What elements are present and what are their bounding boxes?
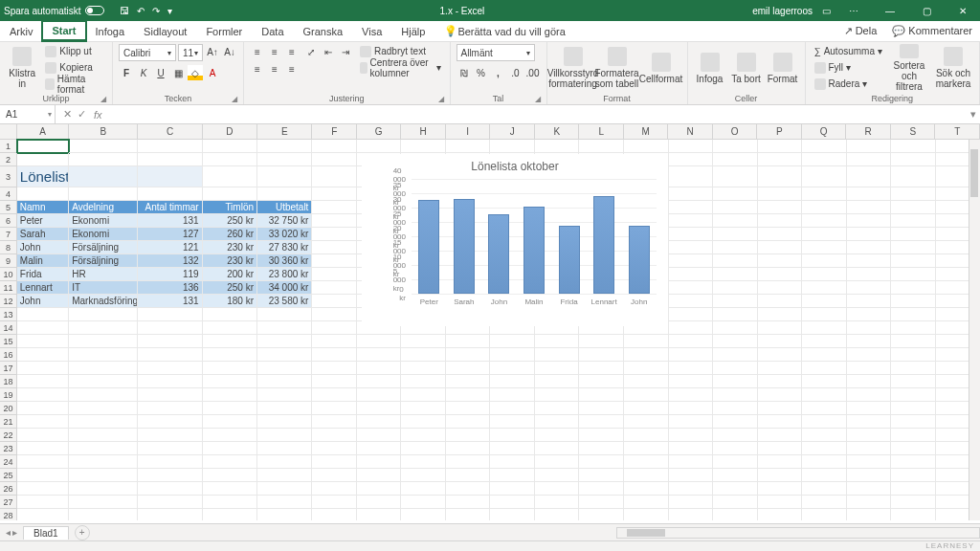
row-head[interactable]: 16 [0,348,17,362]
cell[interactable] [669,402,714,415]
cell[interactable] [891,335,936,348]
cell[interactable] [624,362,669,375]
cell[interactable] [446,482,491,496]
cell[interactable] [847,509,892,520]
cell[interactable] [257,321,312,335]
format-table-button[interactable]: Formatera som tabell [597,44,637,92]
share-button[interactable]: ↗ Dela [836,25,885,37]
cell[interactable] [401,429,446,442]
cell[interactable]: Timlön [203,201,257,214]
cell[interactable] [203,375,257,388]
cell[interactable] [669,187,714,201]
cell[interactable] [713,442,758,455]
worksheet-grid[interactable]: ABCDEFGHIJKLMNOPQRST 123Lönelista Oktobe… [0,124,980,520]
cell[interactable] [847,321,892,335]
autosave-toggle[interactable]: Spara automatiskt [4,6,104,16]
cell[interactable] [203,348,257,362]
sheet-prev-icon[interactable]: ◂ [6,527,11,538]
cell[interactable]: Ekonomi [69,214,138,228]
cell[interactable] [891,295,936,308]
cell[interactable]: 132 [138,254,202,268]
cell[interactable] [891,348,936,362]
cell[interactable] [401,375,446,388]
cell[interactable] [312,268,357,281]
cell[interactable] [490,429,535,442]
cell[interactable] [802,375,847,388]
cell[interactable] [758,509,803,520]
cell[interactable] [758,442,803,455]
cell[interactable] [891,388,936,402]
col-head-E[interactable]: E [257,124,312,139]
cell[interactable] [713,362,758,375]
col-head-R[interactable]: R [846,124,891,139]
conditional-formatting-button[interactable]: Villkorsstyrd formatering [553,44,593,92]
row-head[interactable]: 20 [0,402,17,415]
cell[interactable] [891,496,936,509]
cell[interactable] [713,375,758,388]
cell[interactable] [669,442,714,455]
cell[interactable] [69,469,138,482]
cell[interactable] [446,335,491,348]
sort-filter-button[interactable]: Sortera och filtrera [889,44,929,92]
col-head-G[interactable]: G [357,124,402,139]
cell[interactable] [69,140,138,153]
sheet-next-icon[interactable]: ▸ [12,527,17,538]
add-sheet-button[interactable]: + [75,525,90,540]
bold-button[interactable]: F [119,65,134,80]
row-head[interactable]: 21 [0,415,17,429]
cell[interactable] [758,166,803,187]
cell[interactable] [802,509,847,520]
cell[interactable] [802,496,847,509]
cell[interactable] [758,153,803,166]
cell[interactable] [713,166,758,187]
cell[interactable] [891,241,936,254]
col-head-P[interactable]: P [757,124,802,139]
cell[interactable] [490,402,535,415]
cell[interactable]: HR [69,268,138,281]
cell[interactable] [847,214,892,228]
cell[interactable]: 180 kr [203,295,257,308]
cell[interactable] [847,442,892,455]
number-format-select[interactable]: Allmänt▾ [457,44,535,61]
cell[interactable] [669,509,714,520]
col-head-S[interactable]: S [891,124,936,139]
cell[interactable] [357,362,402,375]
cell[interactable] [138,469,202,482]
cell[interactable] [138,153,202,166]
cell[interactable] [69,402,138,415]
cell[interactable]: 34 000 kr [257,281,312,295]
cell[interactable] [138,308,202,321]
cell[interactable] [891,281,936,295]
cell[interactable] [802,140,847,153]
cell[interactable] [579,348,624,362]
cell[interactable] [847,187,892,201]
cell[interactable] [17,509,69,520]
row-head[interactable]: 10 [0,268,17,281]
row-head[interactable]: 2 [0,153,17,166]
cell[interactable]: Försäljning [69,241,138,254]
cell[interactable] [17,402,69,415]
cell[interactable]: 131 [138,295,202,308]
cell[interactable] [624,402,669,415]
cell[interactable] [891,415,936,429]
cell[interactable] [758,228,803,241]
cell[interactable] [758,455,803,469]
cell[interactable] [446,509,491,520]
cell[interactable] [802,281,847,295]
cell[interactable] [203,469,257,482]
cell[interactable] [490,375,535,388]
cell[interactable] [401,402,446,415]
cell[interactable] [713,388,758,402]
cell[interactable] [624,348,669,362]
cell[interactable] [802,362,847,375]
cell[interactable] [69,455,138,469]
select-all-corner[interactable] [0,124,17,139]
cell[interactable] [401,455,446,469]
cell[interactable] [401,388,446,402]
cell[interactable] [891,321,936,335]
tell-me[interactable]: 💡 Berätta vad du vill göra [434,21,575,41]
cell[interactable] [312,402,357,415]
fill-color-button[interactable]: ◇ [188,65,203,80]
cell[interactable] [138,482,202,496]
currency-icon[interactable]: ₪ [457,65,472,80]
